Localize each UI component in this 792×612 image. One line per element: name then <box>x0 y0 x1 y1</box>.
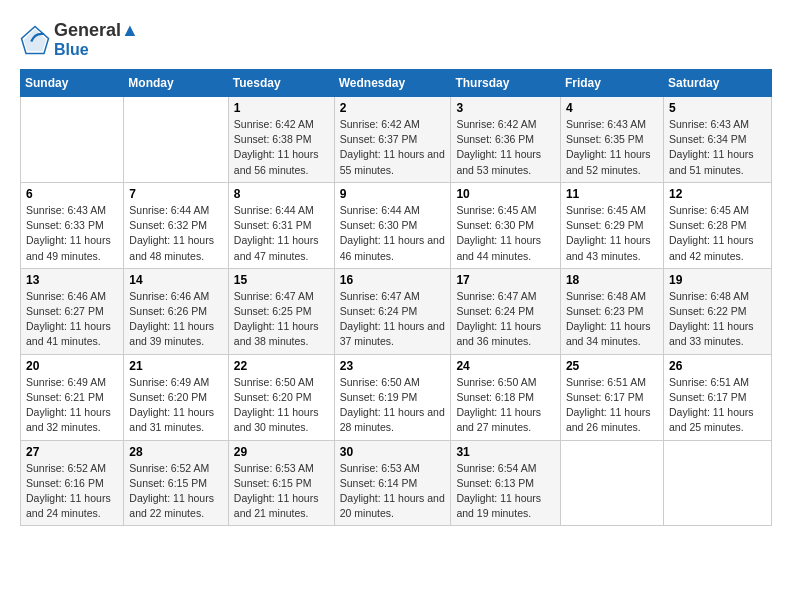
day-number: 1 <box>234 101 329 115</box>
calendar-cell: 31Sunrise: 6:54 AM Sunset: 6:13 PM Dayli… <box>451 440 561 526</box>
day-info: Sunrise: 6:46 AM Sunset: 6:26 PM Dayligh… <box>129 289 222 350</box>
day-number: 30 <box>340 445 446 459</box>
day-number: 8 <box>234 187 329 201</box>
calendar-week-row: 6Sunrise: 6:43 AM Sunset: 6:33 PM Daylig… <box>21 182 772 268</box>
day-info: Sunrise: 6:49 AM Sunset: 6:21 PM Dayligh… <box>26 375 118 436</box>
day-info: Sunrise: 6:51 AM Sunset: 6:17 PM Dayligh… <box>669 375 766 436</box>
day-of-week-header: Sunday <box>21 70 124 97</box>
calendar-week-row: 1Sunrise: 6:42 AM Sunset: 6:38 PM Daylig… <box>21 97 772 183</box>
day-info: Sunrise: 6:45 AM Sunset: 6:28 PM Dayligh… <box>669 203 766 264</box>
day-number: 15 <box>234 273 329 287</box>
calendar-cell: 23Sunrise: 6:50 AM Sunset: 6:19 PM Dayli… <box>334 354 451 440</box>
calendar-cell: 7Sunrise: 6:44 AM Sunset: 6:32 PM Daylig… <box>124 182 228 268</box>
day-number: 18 <box>566 273 658 287</box>
calendar-cell <box>124 97 228 183</box>
calendar-cell: 21Sunrise: 6:49 AM Sunset: 6:20 PM Dayli… <box>124 354 228 440</box>
calendar-cell: 25Sunrise: 6:51 AM Sunset: 6:17 PM Dayli… <box>560 354 663 440</box>
calendar-cell: 6Sunrise: 6:43 AM Sunset: 6:33 PM Daylig… <box>21 182 124 268</box>
calendar-cell: 26Sunrise: 6:51 AM Sunset: 6:17 PM Dayli… <box>663 354 771 440</box>
day-info: Sunrise: 6:51 AM Sunset: 6:17 PM Dayligh… <box>566 375 658 436</box>
calendar-cell: 29Sunrise: 6:53 AM Sunset: 6:15 PM Dayli… <box>228 440 334 526</box>
day-info: Sunrise: 6:53 AM Sunset: 6:14 PM Dayligh… <box>340 461 446 522</box>
calendar-cell: 10Sunrise: 6:45 AM Sunset: 6:30 PM Dayli… <box>451 182 561 268</box>
day-number: 31 <box>456 445 555 459</box>
day-number: 22 <box>234 359 329 373</box>
calendar-cell <box>21 97 124 183</box>
day-number: 23 <box>340 359 446 373</box>
day-of-week-header: Tuesday <box>228 70 334 97</box>
calendar-header-row: SundayMondayTuesdayWednesdayThursdayFrid… <box>21 70 772 97</box>
day-number: 4 <box>566 101 658 115</box>
calendar-cell: 19Sunrise: 6:48 AM Sunset: 6:22 PM Dayli… <box>663 268 771 354</box>
day-number: 20 <box>26 359 118 373</box>
calendar-cell: 15Sunrise: 6:47 AM Sunset: 6:25 PM Dayli… <box>228 268 334 354</box>
svg-marker-0 <box>24 28 47 51</box>
day-info: Sunrise: 6:47 AM Sunset: 6:25 PM Dayligh… <box>234 289 329 350</box>
day-info: Sunrise: 6:50 AM Sunset: 6:18 PM Dayligh… <box>456 375 555 436</box>
day-number: 6 <box>26 187 118 201</box>
calendar-cell: 3Sunrise: 6:42 AM Sunset: 6:36 PM Daylig… <box>451 97 561 183</box>
calendar-cell: 9Sunrise: 6:44 AM Sunset: 6:30 PM Daylig… <box>334 182 451 268</box>
day-info: Sunrise: 6:43 AM Sunset: 6:35 PM Dayligh… <box>566 117 658 178</box>
day-info: Sunrise: 6:42 AM Sunset: 6:37 PM Dayligh… <box>340 117 446 178</box>
day-info: Sunrise: 6:50 AM Sunset: 6:19 PM Dayligh… <box>340 375 446 436</box>
day-info: Sunrise: 6:46 AM Sunset: 6:27 PM Dayligh… <box>26 289 118 350</box>
calendar-cell: 14Sunrise: 6:46 AM Sunset: 6:26 PM Dayli… <box>124 268 228 354</box>
calendar-cell: 13Sunrise: 6:46 AM Sunset: 6:27 PM Dayli… <box>21 268 124 354</box>
calendar-cell: 1Sunrise: 6:42 AM Sunset: 6:38 PM Daylig… <box>228 97 334 183</box>
calendar-cell: 12Sunrise: 6:45 AM Sunset: 6:28 PM Dayli… <box>663 182 771 268</box>
day-info: Sunrise: 6:44 AM Sunset: 6:31 PM Dayligh… <box>234 203 329 264</box>
calendar-cell: 8Sunrise: 6:44 AM Sunset: 6:31 PM Daylig… <box>228 182 334 268</box>
day-number: 3 <box>456 101 555 115</box>
calendar-cell: 20Sunrise: 6:49 AM Sunset: 6:21 PM Dayli… <box>21 354 124 440</box>
calendar-cell: 16Sunrise: 6:47 AM Sunset: 6:24 PM Dayli… <box>334 268 451 354</box>
day-info: Sunrise: 6:48 AM Sunset: 6:22 PM Dayligh… <box>669 289 766 350</box>
calendar-cell: 24Sunrise: 6:50 AM Sunset: 6:18 PM Dayli… <box>451 354 561 440</box>
day-info: Sunrise: 6:50 AM Sunset: 6:20 PM Dayligh… <box>234 375 329 436</box>
day-number: 14 <box>129 273 222 287</box>
calendar-table: SundayMondayTuesdayWednesdayThursdayFrid… <box>20 69 772 526</box>
calendar-week-row: 20Sunrise: 6:49 AM Sunset: 6:21 PM Dayli… <box>21 354 772 440</box>
day-info: Sunrise: 6:53 AM Sunset: 6:15 PM Dayligh… <box>234 461 329 522</box>
calendar-cell: 18Sunrise: 6:48 AM Sunset: 6:23 PM Dayli… <box>560 268 663 354</box>
day-number: 2 <box>340 101 446 115</box>
calendar-cell: 28Sunrise: 6:52 AM Sunset: 6:15 PM Dayli… <box>124 440 228 526</box>
logo-icon <box>20 25 50 55</box>
calendar-cell <box>560 440 663 526</box>
day-number: 28 <box>129 445 222 459</box>
page-header: General▲ Blue <box>20 20 772 59</box>
day-info: Sunrise: 6:42 AM Sunset: 6:36 PM Dayligh… <box>456 117 555 178</box>
day-of-week-header: Thursday <box>451 70 561 97</box>
logo-text: General▲ Blue <box>54 20 139 59</box>
day-of-week-header: Saturday <box>663 70 771 97</box>
day-info: Sunrise: 6:52 AM Sunset: 6:15 PM Dayligh… <box>129 461 222 522</box>
day-info: Sunrise: 6:45 AM Sunset: 6:30 PM Dayligh… <box>456 203 555 264</box>
day-number: 11 <box>566 187 658 201</box>
day-of-week-header: Friday <box>560 70 663 97</box>
calendar-cell: 22Sunrise: 6:50 AM Sunset: 6:20 PM Dayli… <box>228 354 334 440</box>
day-number: 17 <box>456 273 555 287</box>
day-info: Sunrise: 6:44 AM Sunset: 6:30 PM Dayligh… <box>340 203 446 264</box>
day-info: Sunrise: 6:45 AM Sunset: 6:29 PM Dayligh… <box>566 203 658 264</box>
logo: General▲ Blue <box>20 20 139 59</box>
calendar-week-row: 13Sunrise: 6:46 AM Sunset: 6:27 PM Dayli… <box>21 268 772 354</box>
day-number: 13 <box>26 273 118 287</box>
calendar-week-row: 27Sunrise: 6:52 AM Sunset: 6:16 PM Dayli… <box>21 440 772 526</box>
day-number: 7 <box>129 187 222 201</box>
day-number: 16 <box>340 273 446 287</box>
day-number: 24 <box>456 359 555 373</box>
day-number: 10 <box>456 187 555 201</box>
calendar-cell: 17Sunrise: 6:47 AM Sunset: 6:24 PM Dayli… <box>451 268 561 354</box>
calendar-cell <box>663 440 771 526</box>
calendar-cell: 30Sunrise: 6:53 AM Sunset: 6:14 PM Dayli… <box>334 440 451 526</box>
calendar-cell: 4Sunrise: 6:43 AM Sunset: 6:35 PM Daylig… <box>560 97 663 183</box>
day-info: Sunrise: 6:48 AM Sunset: 6:23 PM Dayligh… <box>566 289 658 350</box>
day-number: 29 <box>234 445 329 459</box>
day-of-week-header: Wednesday <box>334 70 451 97</box>
day-number: 27 <box>26 445 118 459</box>
day-number: 21 <box>129 359 222 373</box>
day-info: Sunrise: 6:47 AM Sunset: 6:24 PM Dayligh… <box>456 289 555 350</box>
day-number: 19 <box>669 273 766 287</box>
day-number: 9 <box>340 187 446 201</box>
day-info: Sunrise: 6:42 AM Sunset: 6:38 PM Dayligh… <box>234 117 329 178</box>
